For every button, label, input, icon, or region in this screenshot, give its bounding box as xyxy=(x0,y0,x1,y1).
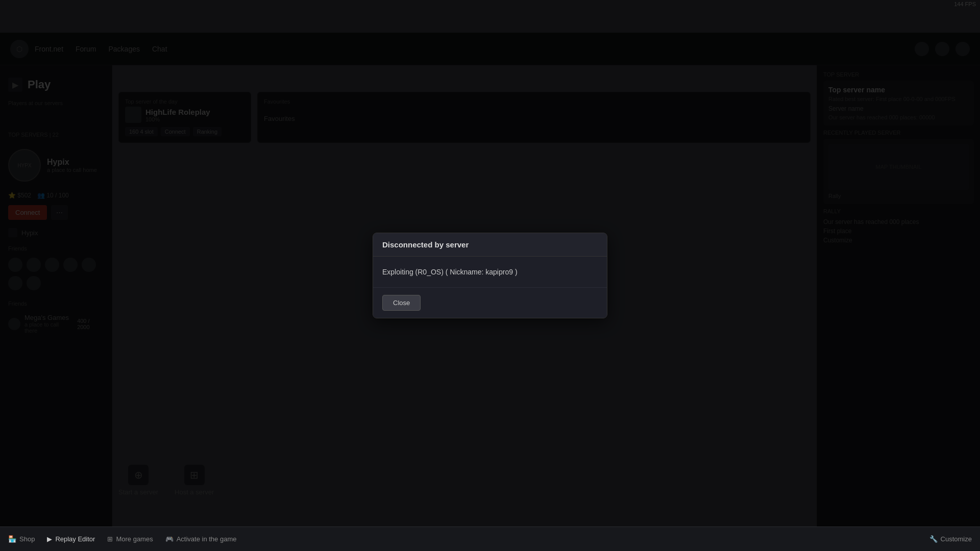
bottom-bar-item-activate[interactable]: 🎮 Activate in the game xyxy=(165,535,237,543)
bottom-bar: 🏪 Shop ▶ Replay Editor ⊞ More games 🎮 Ac… xyxy=(0,527,980,551)
close-button[interactable]: Close xyxy=(382,295,421,311)
disconnect-modal: Disconnected by server Exploiting (R0_OS… xyxy=(373,233,607,318)
bottom-bar-item-replay[interactable]: ▶ Replay Editor xyxy=(47,535,95,543)
replay-icon: ▶ xyxy=(47,535,52,543)
bottom-bar-item-more-games[interactable]: ⊞ More games xyxy=(107,535,153,543)
activate-icon: 🎮 xyxy=(165,535,174,543)
modal-footer: Close xyxy=(373,287,607,318)
more-games-icon: ⊞ xyxy=(107,535,113,543)
customize-icon: 🔧 xyxy=(929,535,938,543)
shop-icon: 🏪 xyxy=(8,535,16,543)
modal-body: Exploiting (R0_OS) ( Nickname: kapipro9 … xyxy=(373,257,607,287)
bottom-bar-item-customize[interactable]: 🔧 Customize xyxy=(929,535,972,543)
modal-title: Disconnected by server xyxy=(373,233,607,257)
modal-message: Exploiting (R0_OS) ( Nickname: kapipro9 … xyxy=(382,268,598,276)
bottom-bar-item-shop[interactable]: 🏪 Shop xyxy=(8,535,35,543)
modal-backdrop: Disconnected by server Exploiting (R0_OS… xyxy=(0,0,980,551)
